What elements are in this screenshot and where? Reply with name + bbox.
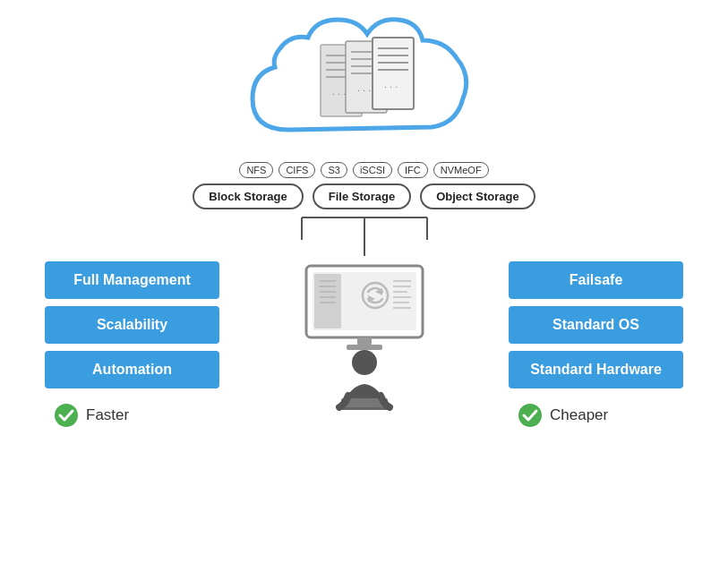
faster-label: Faster [45, 403, 219, 428]
center-column [228, 261, 500, 427]
right-column: Failsafe Standard OS Standard Hardware C… [509, 261, 683, 428]
protocol-nvmeof: NVMeOF [433, 162, 489, 178]
scalability-button: Scalability [45, 306, 219, 344]
cheaper-check-icon [518, 403, 543, 428]
left-column: Full Management Scalability Automation F… [45, 261, 219, 428]
full-management-button: Full Management [45, 261, 219, 299]
cheaper-text: Cheaper [550, 406, 608, 424]
faster-check-icon [54, 403, 79, 428]
failsafe-button: Failsafe [509, 261, 683, 299]
main-diagram: . . . . . . . . . NFS CIFS S3 iSCSI IFC … [0, 0, 728, 580]
protocols-row: NFS CIFS S3 iSCSI IFC NVMeOF [239, 162, 488, 178]
connector-section [230, 213, 499, 258]
cheaper-label: Cheaper [509, 403, 683, 428]
svg-point-45 [518, 404, 542, 427]
protocol-s3: S3 [321, 162, 347, 178]
faster-text: Faster [86, 406, 129, 424]
svg-text:. . .: . . . [384, 79, 398, 90]
svg-rect-25 [314, 274, 341, 328]
standard-os-button: Standard OS [509, 306, 683, 344]
person-computer [302, 261, 427, 427]
svg-text:. . .: . . . [332, 86, 346, 97]
protocol-ifc: IFC [398, 162, 428, 178]
person-icon [320, 346, 409, 427]
cloud-section: . . . . . . . . . [235, 9, 494, 157]
storage-types-row: Block Storage File Storage Object Storag… [193, 183, 535, 209]
protocol-iscsi: iSCSI [353, 162, 392, 178]
connector-lines [230, 213, 499, 258]
svg-point-42 [352, 350, 377, 375]
standard-hardware-button: Standard Hardware [509, 351, 683, 388]
monitor-icon [302, 261, 427, 355]
object-storage-tag: Object Storage [420, 183, 535, 209]
protocol-nfs: NFS [239, 162, 273, 178]
svg-point-22 [55, 404, 78, 427]
protocol-cifs: CIFS [278, 162, 315, 178]
file-storage-tag: File Storage [313, 183, 411, 209]
bottom-section: Full Management Scalability Automation F… [18, 261, 710, 428]
svg-text:. . .: . . . [357, 82, 371, 93]
automation-button: Automation [45, 351, 219, 388]
cloud-shape: . . . . . . . . . [235, 9, 494, 157]
block-storage-tag: Block Storage [193, 183, 303, 209]
svg-rect-40 [357, 337, 372, 345]
